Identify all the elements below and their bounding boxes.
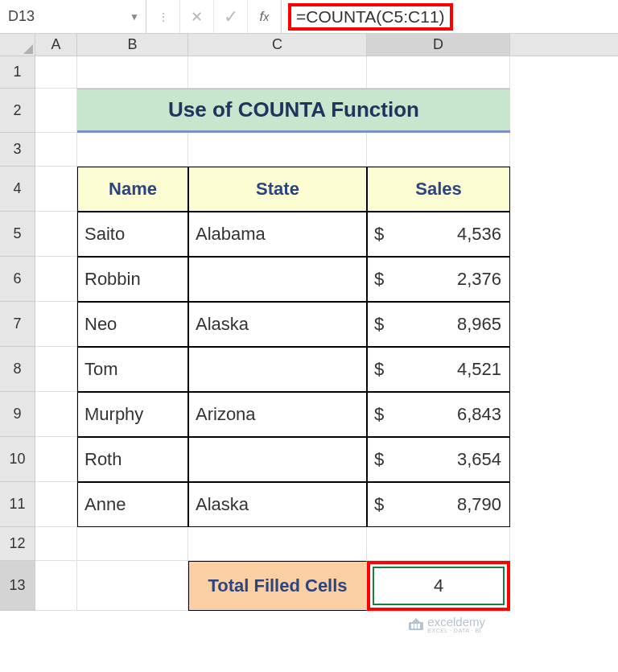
cell-sales-11[interactable]: $ 8,790 xyxy=(367,482,510,527)
cell-a7[interactable] xyxy=(35,302,77,347)
watermark-tagline: EXCEL · DATA · BI xyxy=(427,628,485,633)
cell-name-10[interactable]: Roth xyxy=(77,437,188,482)
cell-state-5[interactable]: Alabama xyxy=(188,212,367,257)
cell-a4[interactable] xyxy=(35,167,77,212)
formula-input[interactable]: =COUNTA(C5:C11) xyxy=(282,0,618,33)
cell-a13[interactable] xyxy=(35,561,77,611)
total-label[interactable]: Total Filled Cells xyxy=(188,561,367,611)
sales-value: 8,790 xyxy=(457,494,501,515)
cell-state-8[interactable] xyxy=(188,347,367,392)
cell-d1[interactable] xyxy=(367,56,510,89)
column-headers: A B C D xyxy=(0,34,618,56)
col-header-a[interactable]: A xyxy=(35,34,77,56)
cell-name-8[interactable]: Tom xyxy=(77,347,188,392)
svg-rect-3 xyxy=(418,624,420,629)
row-header-5[interactable]: 5 xyxy=(0,212,35,257)
cell-b3[interactable] xyxy=(77,133,188,167)
row-header-2[interactable]: 2 xyxy=(0,89,35,133)
cell-state-10[interactable] xyxy=(188,437,367,482)
watermark-brand: exceldemy xyxy=(427,616,485,628)
select-all-corner[interactable] xyxy=(0,34,35,56)
row-header-3[interactable]: 3 xyxy=(0,133,35,167)
currency-symbol: $ xyxy=(374,269,384,290)
title-cell[interactable]: Use of COUNTA Function xyxy=(77,89,510,133)
cell-state-11[interactable]: Alaska xyxy=(188,482,367,527)
cell-a10[interactable] xyxy=(35,437,77,482)
cancel-icon[interactable]: ✕ xyxy=(180,0,214,33)
name-box-value: D13 xyxy=(8,8,35,25)
grid-area: 1 2 3 4 5 6 7 8 9 10 11 12 13 Use of COU… xyxy=(0,56,618,611)
currency-symbol: $ xyxy=(374,404,384,425)
cell-state-9[interactable]: Arizona xyxy=(188,392,367,437)
sales-value: 3,654 xyxy=(457,449,501,470)
row-header-1[interactable]: 1 xyxy=(0,56,35,89)
formula-bar: D13 ▼ ⋮ ✕ ✓ fx =COUNTA(C5:C11) xyxy=(0,0,618,34)
sales-value: 2,376 xyxy=(457,269,501,290)
header-sales[interactable]: Sales xyxy=(367,167,510,212)
currency-symbol: $ xyxy=(374,449,384,470)
cell-c12[interactable] xyxy=(188,527,367,561)
cell-sales-5[interactable]: $ 4,536 xyxy=(367,212,510,257)
sales-value: 8,965 xyxy=(457,314,501,335)
row-header-7[interactable]: 7 xyxy=(0,302,35,347)
currency-symbol: $ xyxy=(374,224,384,245)
row-header-8[interactable]: 8 xyxy=(0,347,35,392)
cell-b1[interactable] xyxy=(77,56,188,89)
cells-area: Use of COUNTA Function Name State Sales … xyxy=(35,56,510,611)
cell-a2[interactable] xyxy=(35,89,77,133)
sales-value: 4,521 xyxy=(457,359,501,380)
result-value: 4 xyxy=(434,575,443,596)
svg-rect-1 xyxy=(411,624,414,629)
cell-sales-6[interactable]: $ 2,376 xyxy=(367,257,510,302)
cell-d3[interactable] xyxy=(367,133,510,167)
cell-sales-8[interactable]: $ 4,521 xyxy=(367,347,510,392)
enter-icon[interactable]: ✓ xyxy=(214,0,248,33)
cell-a3[interactable] xyxy=(35,133,77,167)
header-state[interactable]: State xyxy=(188,167,367,212)
cell-c3[interactable] xyxy=(188,133,367,167)
expand-icon[interactable]: ⋮ xyxy=(146,0,180,33)
row-header-11[interactable]: 11 xyxy=(0,482,35,527)
cell-name-6[interactable]: Robbin xyxy=(77,257,188,302)
row-header-4[interactable]: 4 xyxy=(0,167,35,212)
cell-a6[interactable] xyxy=(35,257,77,302)
currency-symbol: $ xyxy=(374,314,384,335)
row-header-6[interactable]: 6 xyxy=(0,257,35,302)
watermark-text: exceldemy EXCEL · DATA · BI xyxy=(427,616,485,633)
cell-name-7[interactable]: Neo xyxy=(77,302,188,347)
cell-state-6[interactable] xyxy=(188,257,367,302)
cell-a11[interactable] xyxy=(35,482,77,527)
name-box-dropdown-icon[interactable]: ▼ xyxy=(130,11,139,23)
col-header-b[interactable]: B xyxy=(77,34,188,56)
cell-d12[interactable] xyxy=(367,527,510,561)
cell-state-7[interactable]: Alaska xyxy=(188,302,367,347)
row-header-9[interactable]: 9 xyxy=(0,392,35,437)
cell-sales-9[interactable]: $ 6,843 xyxy=(367,392,510,437)
cell-b12[interactable] xyxy=(77,527,188,561)
cell-c1[interactable] xyxy=(188,56,367,89)
cell-a8[interactable] xyxy=(35,347,77,392)
col-header-c[interactable]: C xyxy=(188,34,367,56)
fx-icon[interactable]: fx xyxy=(248,0,282,33)
cell-name-5[interactable]: Saito xyxy=(77,212,188,257)
row-header-12[interactable]: 12 xyxy=(0,527,35,561)
result-cell[interactable]: 4 xyxy=(367,561,510,611)
header-name[interactable]: Name xyxy=(77,167,188,212)
cell-a5[interactable] xyxy=(35,212,77,257)
row-header-10[interactable]: 10 xyxy=(0,437,35,482)
cell-sales-10[interactable]: $ 3,654 xyxy=(367,437,510,482)
cell-a12[interactable] xyxy=(35,527,77,561)
row-header-13[interactable]: 13 xyxy=(0,561,35,611)
name-box[interactable]: D13 ▼ xyxy=(0,0,146,33)
col-header-d[interactable]: D xyxy=(367,34,510,56)
cell-name-11[interactable]: Anne xyxy=(77,482,188,527)
sales-value: 4,536 xyxy=(457,224,501,245)
watermark: exceldemy EXCEL · DATA · BI xyxy=(409,616,485,633)
cell-name-9[interactable]: Murphy xyxy=(77,392,188,437)
sales-value: 6,843 xyxy=(457,404,501,425)
row-headers: 1 2 3 4 5 6 7 8 9 10 11 12 13 xyxy=(0,56,35,611)
cell-b13[interactable] xyxy=(77,561,188,611)
cell-sales-7[interactable]: $ 8,965 xyxy=(367,302,510,347)
cell-a9[interactable] xyxy=(35,392,77,437)
cell-a1[interactable] xyxy=(35,56,77,89)
